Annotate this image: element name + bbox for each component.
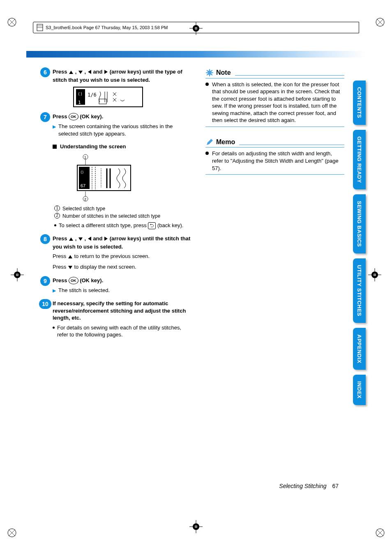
- step-6-text: Press , , and (arrow keys) until the typ…: [53, 68, 191, 83]
- bullet-icon: [54, 224, 56, 226]
- step-8: 8 Press , , and (arrow keys) until the s…: [53, 235, 191, 271]
- step-6: 6 Press , , and (arrow keys) until the t…: [53, 68, 191, 107]
- crosshair-icon: [11, 268, 24, 281]
- step-7-result: ▶ The screen containing the various stit…: [53, 123, 191, 137]
- arrow-up-icon: [69, 236, 74, 243]
- page-footer: Selecting Stitching 67: [279, 483, 339, 489]
- memo-pencil-icon: [205, 138, 214, 146]
- arrow-down-icon: [68, 264, 73, 272]
- tab-sewing-basics[interactable]: SEWING BASICS: [353, 194, 366, 253]
- right-column: Note When a stitch is selected, the icon…: [205, 68, 344, 344]
- svg-text:⟨⟩: ⟨⟩: [78, 92, 83, 96]
- svg-marker-15: [88, 70, 91, 74]
- step-8-sub2: Press to display the next screen.: [53, 263, 191, 272]
- legend-2-icon: 2: [54, 213, 60, 219]
- svg-text:1: 1: [84, 155, 86, 159]
- tab-contents[interactable]: CONTENTS: [353, 81, 366, 125]
- step-8-text: Press , , and (arrow keys) until the sti…: [53, 235, 191, 250]
- arrow-left-icon: [88, 69, 92, 76]
- svg-marker-42: [68, 266, 72, 269]
- step-7: 7 Press OK (OK key). ▶ The screen contai…: [53, 113, 191, 137]
- svg-marker-39: [88, 237, 91, 241]
- diagram-legend: 1Selected stitch type 2Number of stitche…: [54, 205, 191, 219]
- step-number-badge: 6: [40, 67, 50, 77]
- svg-text:67: 67: [81, 183, 85, 188]
- step-number-badge: 8: [40, 234, 50, 244]
- memo-title: Memo: [216, 138, 235, 147]
- section-tabs: CONTENTS GETTING READY SEWING BASICS UTI…: [353, 81, 366, 405]
- arrow-up-icon: [69, 69, 74, 76]
- step-9: 9 Press OK (OK key). ▶ The stitch is sel…: [53, 277, 191, 294]
- svg-marker-40: [104, 237, 108, 241]
- crosshair-icon: [368, 268, 381, 281]
- bullet-icon: [205, 83, 209, 86]
- note-title: Note: [216, 68, 231, 77]
- footer-page-number: 67: [332, 483, 339, 489]
- registration-mark-icon: [6, 16, 18, 28]
- step-number-badge: 7: [40, 112, 50, 122]
- memo-body: For details on adjusting the stitch widt…: [212, 150, 344, 172]
- tab-getting-ready[interactable]: GETTING READY: [353, 130, 366, 189]
- svg-marker-38: [78, 237, 83, 241]
- result-caret-icon: ▶: [53, 124, 56, 130]
- file-path-text: S3_brotherE.book Page 67 Thursday, May 1…: [46, 25, 168, 30]
- back-key-tip: To select a different stitch type, press…: [54, 222, 191, 229]
- subheading-understanding: Understanding the screen: [53, 143, 191, 150]
- file-path-header: S3_brotherE.book Page 67 Thursday, May 1…: [33, 22, 359, 33]
- footer-section-title: Selecting Stitching: [279, 483, 326, 489]
- back-key-icon: ⮌: [148, 222, 156, 229]
- step-10: 10 If necessary, specify the setting for…: [53, 300, 191, 339]
- tab-index[interactable]: INDEX: [353, 375, 366, 405]
- arrow-right-icon: [104, 236, 108, 243]
- memo-callout: Memo For details on adjusting the stitch…: [205, 138, 344, 175]
- screen-diagram: 1 ⟨⟩ 67 2: [65, 154, 139, 203]
- note-burst-icon: [205, 69, 214, 77]
- registration-mark-icon: [374, 16, 386, 28]
- tab-utility-stitches[interactable]: UTILITY STITCHES: [353, 258, 366, 323]
- step-9-result: ▶ The stitch is selected.: [53, 287, 191, 294]
- step-8-sub1: Press to return to the previous screen.: [53, 253, 191, 261]
- bullet-icon: [205, 152, 209, 155]
- legend-1-text: Selected stitch type: [62, 205, 105, 212]
- registration-mark-icon: [374, 527, 386, 539]
- left-column: 6 Press , , and (arrow keys) until the t…: [53, 68, 191, 344]
- arrow-down-icon: [78, 69, 83, 76]
- registration-mark-icon: [6, 527, 18, 539]
- arrow-up-icon: [68, 253, 73, 261]
- tab-appendix[interactable]: APPENDIX: [353, 328, 366, 370]
- legend-1-icon: 1: [54, 205, 60, 211]
- step-9-text: Press OK (OK key).: [53, 277, 191, 284]
- crosshair-icon: [189, 520, 203, 533]
- legend-2-text: Number of stitches in the selected stitc…: [62, 213, 160, 219]
- arrow-left-icon: [88, 236, 92, 243]
- step-10-bullet: For details on sewing with each of the u…: [53, 324, 191, 339]
- step-10-text: If necessary, specify the setting for au…: [53, 300, 191, 322]
- svg-marker-41: [68, 255, 72, 258]
- svg-text:1: 1: [78, 100, 81, 105]
- page-header-bar: [26, 51, 366, 58]
- square-bullet-icon: [53, 145, 57, 149]
- svg-text:2: 2: [84, 197, 86, 201]
- svg-rect-21: [99, 99, 106, 104]
- arrow-down-icon: [78, 236, 83, 243]
- page-content: 6 Press , , and (arrow keys) until the t…: [53, 68, 344, 344]
- svg-text:⟨⟩: ⟨⟩: [81, 170, 84, 174]
- note-body: When a stitch is selected, the icon for …: [212, 81, 344, 124]
- lcd-screen-illustration: 1 ⟨⟩ 1/6: [73, 87, 143, 107]
- ok-key-icon: OK: [69, 113, 78, 120]
- arrow-right-icon: [104, 69, 108, 76]
- svg-text:1/6: 1/6: [88, 92, 97, 98]
- svg-marker-37: [69, 237, 73, 241]
- svg-marker-13: [69, 71, 73, 74]
- svg-marker-14: [78, 71, 83, 74]
- svg-marker-16: [104, 70, 108, 74]
- note-callout: Note When a stitch is selected, the icon…: [205, 68, 344, 127]
- ok-key-icon: OK: [69, 277, 78, 284]
- bullet-icon: [53, 327, 55, 329]
- step-number-badge: 9: [40, 276, 50, 286]
- book-icon: [37, 24, 43, 31]
- step-7-text: Press OK (OK key).: [53, 113, 191, 120]
- result-caret-icon: ▶: [53, 288, 56, 294]
- step-number-badge: 10: [39, 299, 51, 309]
